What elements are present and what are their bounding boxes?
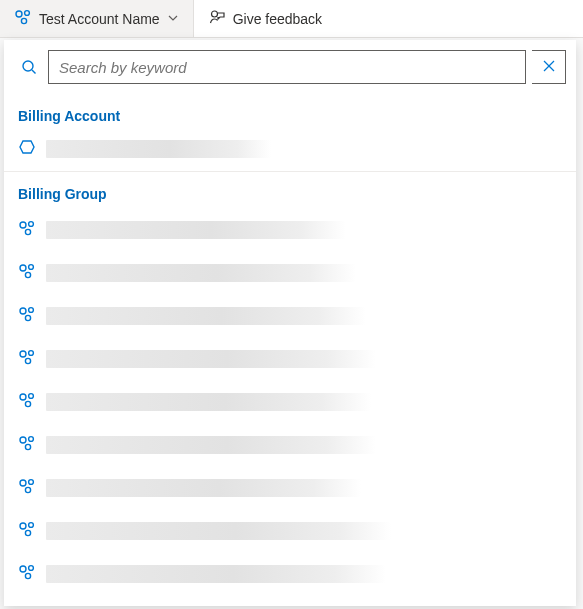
svg-point-3 <box>211 11 217 17</box>
svg-marker-8 <box>20 141 34 153</box>
billing-group-icon <box>18 391 36 412</box>
search-icon <box>16 58 42 76</box>
billing-group-item[interactable] <box>4 552 576 595</box>
billing-account-section: Billing Account <box>4 94 576 172</box>
billing-group-item-label <box>46 221 346 239</box>
svg-point-19 <box>29 351 34 356</box>
svg-point-29 <box>25 487 30 492</box>
svg-point-31 <box>29 523 34 528</box>
svg-point-15 <box>20 308 26 314</box>
billing-account-header: Billing Account <box>4 98 576 130</box>
billing-group-icon <box>18 563 36 584</box>
svg-point-4 <box>23 61 33 71</box>
billing-group-item-label <box>46 479 361 497</box>
svg-point-26 <box>25 444 30 449</box>
toolbar: Test Account Name Give feedback <box>0 0 583 38</box>
billing-group-item[interactable] <box>4 208 576 251</box>
billing-group-item[interactable] <box>4 466 576 509</box>
clear-search-button[interactable] <box>532 50 566 84</box>
svg-point-16 <box>29 308 34 313</box>
billing-group-item-label <box>46 307 366 325</box>
billing-group-item-label <box>46 565 386 583</box>
svg-point-18 <box>20 351 26 357</box>
account-scope-selector[interactable]: Test Account Name <box>0 0 194 37</box>
billing-group-item[interactable] <box>4 509 576 552</box>
svg-point-20 <box>25 358 30 363</box>
svg-point-10 <box>29 222 34 227</box>
billing-group-item[interactable] <box>4 294 576 337</box>
svg-point-0 <box>16 11 22 17</box>
scope-dropdown-panel: Billing Account Billing Group <box>4 40 576 606</box>
billing-group-item[interactable] <box>4 337 576 380</box>
svg-point-32 <box>25 530 30 535</box>
svg-point-11 <box>25 229 30 234</box>
svg-point-34 <box>29 566 34 571</box>
close-icon <box>541 58 557 77</box>
svg-point-2 <box>21 18 26 23</box>
billing-group-item-label <box>46 264 356 282</box>
chevron-down-icon <box>167 11 179 27</box>
svg-point-24 <box>20 437 26 443</box>
give-feedback-label: Give feedback <box>233 11 323 27</box>
scope-list-scroll[interactable]: Billing Account Billing Group <box>4 94 576 606</box>
svg-point-17 <box>25 315 30 320</box>
billing-group-item-label <box>46 436 376 454</box>
svg-point-12 <box>20 265 26 271</box>
billing-group-icon <box>18 348 36 369</box>
search-input[interactable] <box>59 59 515 76</box>
billing-group-item[interactable] <box>4 423 576 466</box>
billing-group-item[interactable] <box>4 380 576 423</box>
billing-group-item-label <box>46 350 376 368</box>
billing-group-item-label <box>46 393 371 411</box>
svg-point-14 <box>25 272 30 277</box>
billing-group-icon <box>18 520 36 541</box>
feedback-icon <box>208 8 226 29</box>
svg-point-21 <box>20 394 26 400</box>
billing-group-icon <box>14 8 32 29</box>
svg-point-33 <box>20 566 26 572</box>
account-scope-label: Test Account Name <box>39 11 160 27</box>
svg-point-1 <box>25 11 30 16</box>
svg-point-35 <box>25 573 30 578</box>
give-feedback-button[interactable]: Give feedback <box>194 0 337 37</box>
billing-group-header: Billing Group <box>4 176 576 208</box>
svg-point-25 <box>29 437 34 442</box>
billing-group-item-label <box>46 522 391 540</box>
svg-point-13 <box>29 265 34 270</box>
svg-line-5 <box>32 70 36 74</box>
svg-point-22 <box>29 394 34 399</box>
billing-group-icon <box>18 262 36 283</box>
billing-group-item[interactable] <box>4 251 576 294</box>
billing-group-section: Billing Group <box>4 172 576 599</box>
billing-account-item[interactable] <box>4 130 576 167</box>
svg-point-28 <box>29 480 34 485</box>
billing-account-item-label <box>46 140 271 158</box>
svg-point-27 <box>20 480 26 486</box>
hexagon-icon <box>18 138 36 159</box>
billing-group-icon <box>18 477 36 498</box>
svg-point-30 <box>20 523 26 529</box>
svg-point-9 <box>20 222 26 228</box>
svg-point-23 <box>25 401 30 406</box>
billing-group-icon <box>18 434 36 455</box>
billing-group-icon <box>18 219 36 240</box>
billing-group-icon <box>18 305 36 326</box>
search-input-container[interactable] <box>48 50 526 84</box>
search-row <box>4 40 576 94</box>
